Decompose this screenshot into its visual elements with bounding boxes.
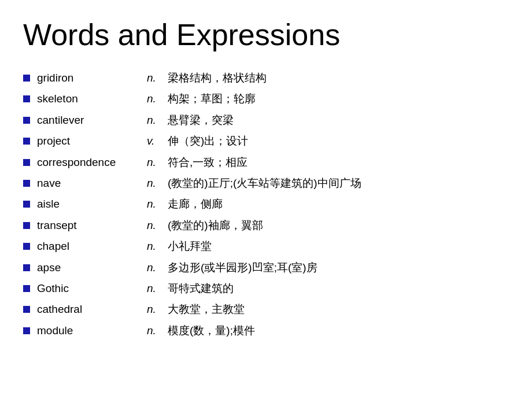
part-of-speech: n. — [147, 280, 164, 297]
vocabulary-list: gridironn.梁格结构，格状结构skeletonn.构架；草图；轮廓can… — [23, 69, 509, 339]
bullet-icon — [23, 75, 30, 82]
word-definition: n.模度(数，量);模件 — [147, 322, 255, 339]
part-of-speech: n. — [147, 112, 164, 129]
part-of-speech: n. — [147, 90, 164, 108]
word-term: cathedral — [37, 301, 147, 318]
word-definition: n.符合,一致；相应 — [147, 154, 247, 171]
bullet-icon — [23, 243, 30, 250]
bullet-icon — [23, 117, 30, 124]
word-term: module — [37, 322, 147, 339]
word-definition: v.伸（突)出；设计 — [147, 132, 248, 150]
bullet-icon — [23, 306, 30, 313]
word-term: cantilever — [37, 112, 147, 129]
word-term: Gothic — [37, 280, 147, 297]
list-item: transeptn.(教堂的)袖廊，翼部 — [23, 217, 509, 234]
word-definition: n.哥特式建筑的 — [147, 280, 234, 297]
list-item: naven.(教堂的)正厅;(火车站等建筑的)中间广场 — [23, 175, 509, 192]
word-definition: n.走廊，侧廊 — [147, 195, 223, 213]
part-of-speech: n. — [147, 259, 164, 276]
part-of-speech: n. — [147, 69, 164, 87]
word-term: apse — [37, 259, 147, 276]
list-item: aislen.走廊，侧廊 — [23, 195, 509, 213]
list-item: gridironn.梁格结构，格状结构 — [23, 69, 509, 87]
list-item: cantilevern.悬臂梁，突梁 — [23, 112, 509, 129]
word-term: aisle — [37, 195, 147, 213]
word-definition: n.梁格结构，格状结构 — [147, 69, 267, 87]
word-term: skeleton — [37, 90, 147, 108]
part-of-speech: v. — [147, 132, 164, 150]
bullet-icon — [23, 201, 30, 208]
word-definition: n.(教堂的)袖廊，翼部 — [147, 217, 263, 234]
list-item: projectv.伸（突)出；设计 — [23, 132, 509, 150]
part-of-speech: n. — [147, 238, 164, 255]
bullet-icon — [23, 159, 30, 166]
part-of-speech: n. — [147, 195, 164, 213]
list-item: skeletonn.构架；草图；轮廓 — [23, 90, 509, 108]
list-item: modulen.模度(数，量);模件 — [23, 322, 509, 339]
word-definition: n.小礼拜堂 — [147, 238, 212, 255]
list-item: correspondencen.符合,一致；相应 — [23, 154, 509, 171]
word-term: gridiron — [37, 69, 147, 87]
part-of-speech: n. — [147, 322, 164, 339]
word-definition: n.(教堂的)正厅;(火车站等建筑的)中间广场 — [147, 175, 361, 192]
word-definition: n.大教堂，主教堂 — [147, 301, 245, 318]
part-of-speech: n. — [147, 217, 164, 234]
list-item: Gothicn.哥特式建筑的 — [23, 280, 509, 297]
part-of-speech: n. — [147, 175, 164, 192]
word-definition: n.悬臂梁，突梁 — [147, 112, 234, 129]
word-term: project — [37, 132, 147, 150]
word-definition: n.构架；草图；轮廓 — [147, 90, 256, 108]
part-of-speech: n. — [147, 301, 164, 318]
bullet-icon — [23, 222, 30, 229]
word-term: correspondence — [37, 154, 147, 171]
page-title: Words and Expressions — [23, 17, 509, 52]
part-of-speech: n. — [147, 154, 164, 171]
bullet-icon — [23, 180, 30, 187]
list-item: cathedraln.大教堂，主教堂 — [23, 301, 509, 318]
bullet-icon — [23, 327, 30, 334]
word-term: transept — [37, 217, 147, 234]
word-term: chapel — [37, 238, 147, 255]
bullet-icon — [23, 95, 30, 102]
bullet-icon — [23, 138, 30, 145]
word-term: nave — [37, 175, 147, 192]
bullet-icon — [23, 285, 30, 292]
list-item: chapeln.小礼拜堂 — [23, 238, 509, 255]
bullet-icon — [23, 264, 30, 271]
word-definition: n.多边形(或半园形)凹室;耳(室)房 — [147, 259, 317, 276]
list-item: apsen.多边形(或半园形)凹室;耳(室)房 — [23, 259, 509, 276]
